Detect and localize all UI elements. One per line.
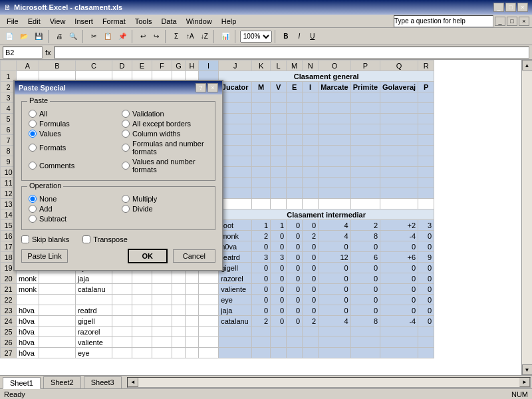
toolbar: 📄 📂 💾 🖨 🔍 ✂ 📋 📌 ↩ ↪ Σ ↑A ↓Z 📊 100% 75% 5… (0, 28, 532, 45)
sort-asc-button[interactable]: ↑A (184, 30, 197, 43)
option-formulas[interactable]: Formulas (29, 120, 115, 128)
scroll-right-button[interactable]: ► (519, 378, 530, 387)
paste-link-button[interactable]: Paste Link (21, 249, 68, 263)
menu-format[interactable]: Format (98, 17, 130, 26)
open-button[interactable]: 📂 (17, 30, 31, 43)
scroll-left-button[interactable]: ◄ (128, 378, 138, 387)
option-all-except-borders[interactable]: All except borders (122, 120, 208, 128)
radio-op-add[interactable] (29, 205, 37, 213)
menu-file[interactable]: File (3, 17, 23, 26)
save-button[interactable]: 💾 (32, 30, 45, 43)
app-title: Microsoft Excel - clasament.xls (14, 3, 122, 11)
sheet-tab-1[interactable]: Sheet1 (3, 377, 41, 389)
transpose-checkbox[interactable] (82, 235, 90, 243)
op-multiply[interactable]: Multiply (122, 195, 208, 203)
formula-icon: fx (45, 49, 51, 57)
close-button[interactable]: × (517, 3, 528, 12)
cut-button[interactable]: ✂ (88, 30, 100, 43)
zoom-select[interactable]: 100% 75% 50% (240, 31, 272, 43)
radio-op-none[interactable] (29, 195, 37, 203)
sep1 (48, 30, 51, 43)
op-subtract[interactable]: Subtract (29, 215, 115, 223)
radio-column-widths[interactable] (122, 130, 130, 138)
menu-tools[interactable]: Tools (131, 17, 156, 26)
radio-op-multiply[interactable] (122, 195, 130, 203)
preview-button[interactable]: 🔍 (66, 30, 80, 43)
op-add[interactable]: Add (29, 205, 115, 213)
dialog-title: Paste Special (19, 84, 66, 92)
radio-validation[interactable] (122, 110, 130, 118)
dialog-close-button[interactable]: × (207, 83, 218, 92)
copy-button[interactable]: 📋 (101, 30, 114, 43)
menu-insert[interactable]: Insert (70, 17, 97, 26)
option-comments[interactable]: Comments (29, 158, 115, 174)
radio-formulas[interactable] (29, 120, 37, 128)
sort-desc-button[interactable]: ↓Z (198, 30, 211, 43)
paste-group: Paste All Validation Formulas All exce (21, 101, 215, 181)
skip-blanks-option[interactable]: Skip blanks (21, 235, 69, 243)
new-button[interactable]: 📄 (3, 30, 16, 43)
operation-group-label: Operation (27, 182, 63, 190)
chart-button[interactable]: 📊 (219, 30, 232, 43)
sheet-tab-2[interactable]: Sheet2 (43, 376, 81, 388)
italic-button[interactable]: I (293, 30, 305, 43)
menu-help[interactable]: Help (217, 17, 241, 26)
sheet-tab-3[interactable]: Sheet3 (84, 376, 122, 388)
paste-group-label: Paste (27, 96, 50, 104)
radio-comments[interactable] (29, 162, 37, 170)
skip-blanks-checkbox[interactable] (21, 235, 29, 243)
op-none[interactable]: None (29, 195, 115, 203)
option-formats[interactable]: Formats (29, 140, 115, 156)
formula-input[interactable] (54, 47, 529, 59)
minimize-button[interactable]: _ (493, 3, 504, 12)
option-formulas-number-formats[interactable]: Formulas and number formats (122, 140, 208, 156)
menu-edit[interactable]: Edit (24, 17, 45, 26)
menu-view[interactable]: View (46, 17, 70, 26)
paste-button[interactable]: 📌 (116, 30, 129, 43)
dialog-controls: ? × (196, 83, 218, 92)
underline-button[interactable]: U (307, 30, 319, 43)
option-values-number-formats[interactable]: Values and number formats (122, 158, 208, 174)
radio-op-subtract[interactable] (29, 215, 37, 223)
radio-formats[interactable] (29, 144, 37, 152)
num-mode: NUM (511, 390, 528, 398)
app-close-button[interactable]: × (519, 17, 529, 26)
app-minimize-button[interactable]: _ (495, 17, 505, 26)
transpose-option[interactable]: Transpose (82, 235, 128, 243)
cancel-button[interactable]: Cancel (173, 249, 215, 263)
name-box[interactable] (3, 47, 43, 59)
menu-window[interactable]: Window (182, 17, 216, 26)
sum-button[interactable]: Σ (170, 30, 182, 43)
help-search[interactable] (394, 15, 493, 27)
radio-formulas-number-formats[interactable] (122, 144, 130, 152)
window-controls: _ □ × (493, 3, 528, 12)
option-column-widths[interactable]: Column widths (122, 130, 208, 138)
radio-values[interactable] (29, 130, 37, 138)
status-text: Ready (4, 390, 25, 398)
formula-bar: fx (0, 45, 532, 60)
dialog-help-button[interactable]: ? (196, 83, 206, 92)
maximize-button[interactable]: □ (505, 3, 516, 12)
radio-all-except-borders[interactable] (122, 120, 130, 128)
radio-op-divide[interactable] (122, 205, 130, 213)
menu-data[interactable]: Data (157, 17, 180, 26)
ok-button[interactable]: OK (128, 249, 168, 263)
h-scroll-track[interactable] (138, 378, 519, 387)
option-validation[interactable]: Validation (122, 110, 208, 118)
option-all[interactable]: All (29, 110, 115, 118)
print-button[interactable]: 🖨 (53, 30, 65, 43)
op-divide[interactable]: Divide (122, 205, 208, 213)
radio-all[interactable] (29, 110, 37, 118)
dialog-overlay: Paste Special ? × Paste All Valid (0, 60, 532, 375)
sep2 (82, 30, 85, 43)
undo-button[interactable]: ↩ (137, 30, 149, 43)
radio-values-number-formats[interactable] (122, 162, 130, 170)
sep6 (235, 30, 237, 43)
bold-button[interactable]: B (280, 30, 292, 43)
redo-button[interactable]: ↪ (150, 30, 162, 43)
horizontal-scrollbar[interactable]: ◄ ► (127, 377, 531, 388)
main-area: A B C D E F G H I J K L M N O (0, 60, 532, 375)
option-values[interactable]: Values (29, 130, 115, 138)
sep5 (213, 30, 216, 43)
app-restore-button[interactable]: □ (507, 17, 517, 26)
